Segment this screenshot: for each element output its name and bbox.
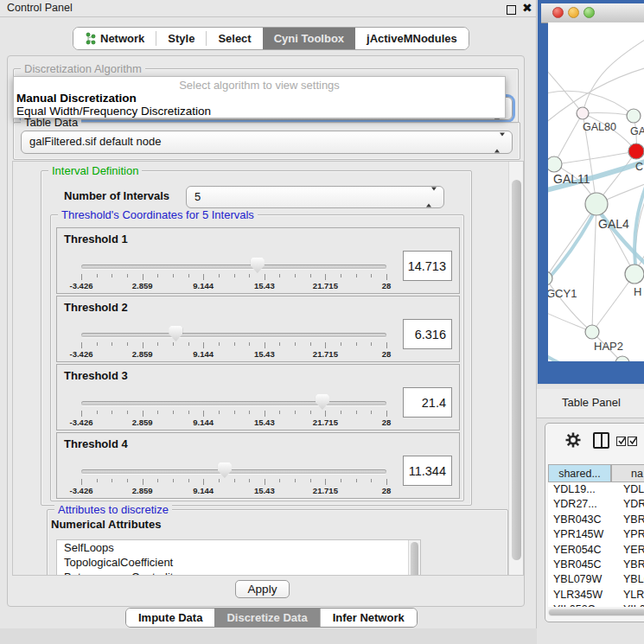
interval-definition-label: Interval Definition — [48, 164, 142, 177]
zoom-traffic-light-icon[interactable] — [583, 7, 595, 18]
attributes-scrollbar-thumb[interactable] — [411, 542, 418, 576]
num-intervals-combobox[interactable]: 5 — [186, 186, 444, 208]
combo-arrows-icon — [426, 191, 437, 204]
network-node-h[interactable] — [625, 265, 644, 284]
threshold-slider-thumb[interactable] — [169, 326, 182, 341]
settings-scrollbar[interactable] — [508, 162, 523, 575]
network-node-gal4[interactable] — [585, 193, 608, 215]
close-traffic-light-icon[interactable] — [552, 7, 564, 18]
network-node-gal11[interactable] — [548, 156, 562, 172]
slider-tick — [265, 274, 265, 280]
threshold-slider-track[interactable] — [81, 401, 386, 405]
numerical-attributes-list[interactable]: SelfLoopsTopologicalCoefficientBetweenne… — [56, 539, 421, 576]
attribute-item[interactable]: SelfLoops — [57, 540, 420, 555]
attribute-item[interactable]: TopologicalCoefficient — [57, 555, 420, 570]
algorithm-option-equal-width[interactable]: Equal Width/Frequency Discretization — [16, 105, 211, 118]
threshold-value-field[interactable]: 11.344 — [403, 456, 452, 486]
slider-tick — [203, 342, 204, 348]
network-node-c[interactable] — [628, 143, 644, 159]
threshold-slider-track[interactable] — [81, 265, 386, 269]
top-tab-bar: NetworkStyleSelectCyni ToolboxjActiveMNo… — [73, 27, 469, 50]
network-edge[interactable] — [548, 91, 634, 116]
slider-tick — [143, 274, 143, 280]
table-row[interactable]: YBL079W YBL0 — [548, 572, 644, 587]
slider-tick — [279, 479, 280, 482]
slider-tick — [265, 342, 265, 348]
table-row[interactable]: YPR145W YPR1 — [548, 527, 644, 542]
threshold-value-field[interactable]: 14.713 — [403, 251, 452, 281]
table-row[interactable]: YDR27... YDR2 — [548, 497, 644, 512]
tab-style[interactable]: Style — [156, 28, 206, 49]
slider-tick — [219, 479, 220, 482]
table-row[interactable]: YBR043C YBR0 — [548, 513, 644, 527]
slider-tick — [234, 411, 235, 414]
threshold-slider-track[interactable] — [81, 333, 386, 337]
slider-tick — [143, 479, 143, 485]
network-edge[interactable] — [554, 113, 583, 164]
slider-tick — [188, 411, 189, 414]
table-h-scrollbar[interactable] — [548, 609, 644, 616]
network-edge[interactable] — [548, 204, 596, 278]
threshold-label: Threshold 1 — [64, 233, 128, 245]
slider-tick-label: 28 — [382, 349, 392, 359]
network-edge[interactable] — [548, 214, 593, 287]
network-canvas[interactable]: GAL80GACGAL11GAL4GCY1HHAP2 — [548, 22, 644, 361]
slider-tick — [188, 479, 189, 482]
table-row[interactable]: YLR345W YLR3 — [548, 588, 644, 603]
threshold-slider-track[interactable] — [81, 469, 386, 474]
attribute-item[interactable]: BetweennessCentrality — [57, 570, 420, 576]
column-header-shared-[interactable]: shared... — [548, 464, 611, 482]
network-window-titlebar[interactable] — [541, 3, 644, 23]
apply-button[interactable]: Apply — [235, 580, 290, 598]
slider-tick — [81, 479, 82, 485]
network-node-hap2[interactable] — [585, 325, 599, 339]
network-edge[interactable] — [548, 353, 584, 361]
network-node-gal80[interactable] — [577, 107, 589, 119]
attributes-scrollbar[interactable] — [408, 540, 420, 576]
table-row[interactable]: YIL052C YIL0 — [548, 603, 644, 607]
checkbox-icon[interactable] — [616, 437, 626, 446]
tab-cyni-toolbox[interactable]: Cyni Toolbox — [263, 28, 355, 49]
bottom-tab-infer-network[interactable]: Infer Network — [320, 609, 417, 627]
threshold-slider-thumb[interactable] — [316, 394, 329, 410]
threshold-value-field[interactable]: 21.4 — [403, 387, 452, 418]
control-panel-titlebar[interactable]: Control Panel ✖ — [0, 0, 536, 17]
column-header-na[interactable]: na — [611, 464, 644, 482]
bottom-tab-discretize-data[interactable]: Discretize Data — [214, 609, 319, 627]
table-panel-titlebar[interactable]: Table Panel — [537, 389, 644, 418]
table-h-scrollbar-thumb[interactable] — [549, 609, 644, 615]
network-edge[interactable] — [592, 204, 596, 332]
network-node-ga[interactable] — [627, 109, 641, 123]
slider-tick-label: 2.859 — [132, 486, 153, 495]
table-row[interactable]: YBR045C YBR0 — [548, 558, 644, 572]
table-data-combobox[interactable]: galFiltered.sif default node — [21, 131, 513, 154]
network-edge[interactable] — [592, 274, 634, 332]
slider-tick — [203, 411, 204, 417]
slider-tick — [249, 274, 250, 277]
float-window-icon[interactable] — [507, 5, 516, 15]
close-icon[interactable]: ✖ — [522, 1, 532, 15]
slider-tick — [173, 411, 174, 414]
columns-icon[interactable] — [593, 432, 609, 449]
network-edge[interactable] — [554, 151, 636, 164]
tab-select[interactable]: Select — [207, 28, 262, 49]
threshold-label: Threshold 3 — [64, 369, 128, 382]
network-node[interactable] — [615, 356, 629, 361]
checkbox-icon[interactable] — [628, 437, 637, 446]
threshold-slider-thumb[interactable] — [251, 258, 265, 273]
minimize-traffic-light-icon[interactable] — [568, 7, 579, 18]
network-edge[interactable] — [548, 64, 583, 113]
algorithm-group-label: Discretization Algorithm — [21, 62, 145, 75]
gear-icon[interactable] — [564, 431, 582, 449]
table-row[interactable]: YER054C YER0 — [548, 543, 644, 558]
table-row[interactable]: YDL19... YDL1 — [548, 482, 644, 497]
network-edge[interactable] — [583, 113, 634, 116]
tab-network[interactable]: Network — [73, 28, 156, 49]
algorithm-option-manual[interactable]: Manual Discretization — [16, 92, 137, 105]
threshold-slider-thumb[interactable] — [218, 462, 232, 478]
bottom-tab-impute-data[interactable]: Impute Data — [126, 609, 214, 627]
threshold-box: Threshold 2 -3.4262.8599.14415.4321.7152… — [56, 296, 460, 362]
threshold-value-field[interactable]: 6.316 — [403, 319, 452, 349]
tab-jactivemnodules[interactable]: jActiveMNodules — [355, 28, 469, 49]
settings-scrollbar-thumb[interactable] — [512, 180, 521, 560]
